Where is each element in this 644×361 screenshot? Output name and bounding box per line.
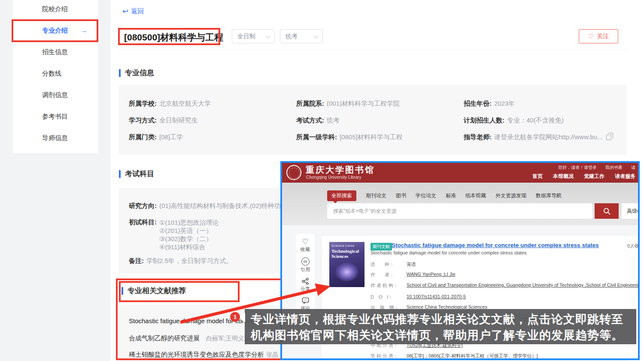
tab-database-nav[interactable]: 数据库导航: [536, 192, 562, 199]
action-label: 分享: [301, 286, 310, 292]
advanced-search-button[interactable]: 高级检: [622, 203, 640, 219]
action-share[interactable]: 分享: [301, 278, 310, 292]
annotation-number-badge: 1: [230, 312, 240, 322]
copy-icon[interactable]: [606, 135, 611, 140]
section-bar: [119, 69, 121, 77]
tab-books[interactable]: 图书: [396, 192, 406, 199]
sidebar-item-reference-books[interactable]: 参考书目: [42, 113, 68, 122]
back-button[interactable]: ↩ 返回: [122, 7, 144, 16]
section-title-text: 专业信息: [125, 68, 154, 78]
exam-field-subjects: 初试科目: ①(101)思想政治理论 ②(201)英语（一） ③(302)数学（…: [129, 218, 219, 251]
tab-journal-papers[interactable]: 期刊论文: [366, 192, 386, 199]
field-doi: D O I：10.1007/s11431-021-2070-5: [371, 294, 466, 300]
exam-subject-4: ④(911)材料综合: [159, 243, 219, 251]
section-title-text: 考试科目: [125, 169, 154, 179]
exam-subject-1: ①(101)思想政治理论: [159, 218, 219, 226]
field-language: 语 种：英语: [371, 261, 416, 268]
follow-button[interactable]: ♡ 关注: [579, 29, 618, 43]
info-field-enroll-year: 招生年份:2023年: [464, 100, 515, 108]
tab-all-search[interactable]: 全部搜索: [327, 190, 356, 201]
journal-literature-badge: 期刊文献: [371, 243, 392, 251]
tab-standards[interactable]: 标准: [446, 192, 456, 199]
action-favorite[interactable]: ♡ 收藏: [301, 238, 310, 253]
library-topbar-links[interactable]: 您好，读者！请登录 我的书斋 读: [558, 165, 635, 171]
tab-theses[interactable]: 学位论文: [416, 192, 436, 199]
field-authors: 作 者：WANG YanPeng ;LI Jie: [371, 272, 456, 278]
exam-subject-3: ③(302)数学（二）: [159, 235, 219, 243]
major-info-card: 所属学校:北京航空航天大学 学习方式:全日制研究生 所属门类:[08]工学 所属…: [119, 85, 627, 155]
study-mode-value: 全日制: [237, 33, 255, 40]
paper-subtitle: Stochastic fatigue damage model for conc…: [371, 250, 527, 255]
sidebar-item-school-intro[interactable]: 院校介绍: [42, 5, 68, 15]
authors-link[interactable]: WANG YanPeng ;LI Jie: [407, 272, 456, 278]
magnifier-icon: [603, 207, 611, 215]
library-header: 重庆大学图书馆 Chongqing University Library 您好，…: [282, 163, 638, 183]
caption-line-2: 机构图书馆官网下相关论文详情页，帮助用户了解专业的发展趋势等。: [251, 327, 636, 343]
library-title-cn: 重庆大学图书馆: [306, 164, 375, 176]
quote-icon: 66: [301, 257, 310, 266]
exam-subject-2: ②(201)英语（一）: [159, 226, 219, 235]
tab-foreign-discovery[interactable]: 外文资源发现: [495, 192, 526, 199]
cover-line3: Sciences: [331, 254, 362, 259]
annotation-box-sidebar: [12, 19, 98, 42]
library-nav: 首页 本馆概况 党建工作 读者服务: [532, 173, 635, 180]
nav-party[interactable]: 党建工作: [584, 173, 605, 180]
paper-fav-count: 0人收藏: [627, 243, 640, 249]
library-action-column: ♡ 收藏 66 引用 分享 评论: [296, 234, 315, 318]
sidebar-item-score-line[interactable]: 分数线: [42, 70, 61, 79]
library-title-en: Chongqing University Library: [306, 175, 361, 180]
sidebar-item-adjustment-info[interactable]: 调剂信息: [42, 91, 68, 101]
nav-overview[interactable]: 本馆概况: [553, 173, 574, 180]
cover-line1: SCIENCE CHINA: [331, 245, 362, 247]
annotation-caption: 专业详情页，根据专业代码推荐专业相关论文文献，点击论文即跳转至 机构图书馆官网下…: [245, 309, 636, 344]
action-label: 引用: [301, 266, 310, 273]
exam-type-value: 统考: [286, 33, 298, 40]
library-search-band: 全部搜索 期刊论文 图书 学位论文 标准 纸本馆藏 外文资源发现 数据库导航 高…: [282, 183, 638, 225]
heart-icon: ♡: [302, 238, 308, 245]
divider: [119, 49, 627, 49]
exam-field-note: 备注:学制2.5年，全日制学习方式。: [129, 257, 233, 265]
library-search-button[interactable]: [595, 203, 619, 219]
exam-field-direction: 研究方向:(01)高性能结构材料与制备技术,(02)特种功能材: [129, 202, 294, 210]
action-cite[interactable]: 66 引用: [301, 257, 310, 273]
section-title-major-info: 专业信息: [119, 68, 154, 78]
author-org-link[interactable]: School of Civil and Transportation Engin…: [407, 282, 640, 289]
info-field-supervisor: 指导老师:请登录北航各学院网站http://www.bu...: [464, 133, 611, 141]
info-field-category: 所属门类:[08]工学: [129, 133, 183, 141]
tab-paper-collection[interactable]: 纸本馆藏: [465, 192, 486, 199]
paper-title-link[interactable]: Stochastic fatigue damage model for conc…: [392, 242, 598, 248]
action-label: 收藏: [301, 246, 310, 253]
field-subject-class: 学 科 分 类：08[工学]；0805[工学-材料科学与工程（可授工学、理学学位…: [371, 353, 538, 359]
chevron-down-icon: [266, 33, 270, 38]
study-mode-dropdown[interactable]: 全日制: [232, 29, 275, 43]
library-search-tabs: 全部搜索 期刊论文 图书 学位论文 标准 纸本馆藏 外文资源发现 数据库导航: [327, 190, 562, 201]
info-field-planned-number: 计划招生人数:专业：40(不含推免): [464, 116, 564, 125]
nav-home[interactable]: 首页: [532, 173, 543, 180]
caption-line-1: 专业详情页，根据专业代码推荐专业相关论文文献，点击论文即跳转至: [251, 312, 636, 327]
chevron-down-icon: [314, 33, 319, 38]
info-field-exam-type: 考试方式:统考: [296, 116, 340, 125]
library-search-input[interactable]: [327, 203, 592, 219]
follow-label: 关注: [597, 33, 609, 40]
cover-line2: Technological: [331, 248, 362, 254]
library-logo-seal-icon: [286, 165, 301, 180]
sidebar-item-enrollment-info[interactable]: 招生信息: [42, 48, 68, 58]
back-label: 返回: [131, 7, 144, 15]
info-field-department: 所属院系:(001)材料科学与工程学院: [296, 100, 400, 108]
journal-cover: SCIENCE CHINA Technological Sciences: [329, 242, 365, 287]
section-bar: [119, 170, 121, 178]
back-arrow-icon: ↩: [122, 7, 128, 16]
info-field-school: 所属学校:北京航空航天大学: [129, 100, 211, 108]
heart-icon: ♡: [588, 33, 594, 40]
info-field-study-mode: 学习方式:全日制研究生: [129, 116, 198, 125]
exam-type-dropdown[interactable]: 统考: [280, 29, 323, 43]
sidebar-item-supervisor-info[interactable]: 导师信息: [42, 134, 68, 144]
cover-art: [335, 263, 358, 281]
comment-icon: [302, 297, 309, 304]
nav-reader-service[interactable]: 读者服务: [615, 173, 635, 180]
field-author-org: 作 者 机 构：School of Civil and Transportati…: [371, 282, 640, 289]
section-title-exam-subjects: 考试科目: [119, 169, 154, 179]
doi-link[interactable]: 10.1007/s11431-021-2070-5: [407, 294, 466, 300]
share-icon: [302, 278, 309, 285]
annotation-box-title: [118, 28, 220, 45]
